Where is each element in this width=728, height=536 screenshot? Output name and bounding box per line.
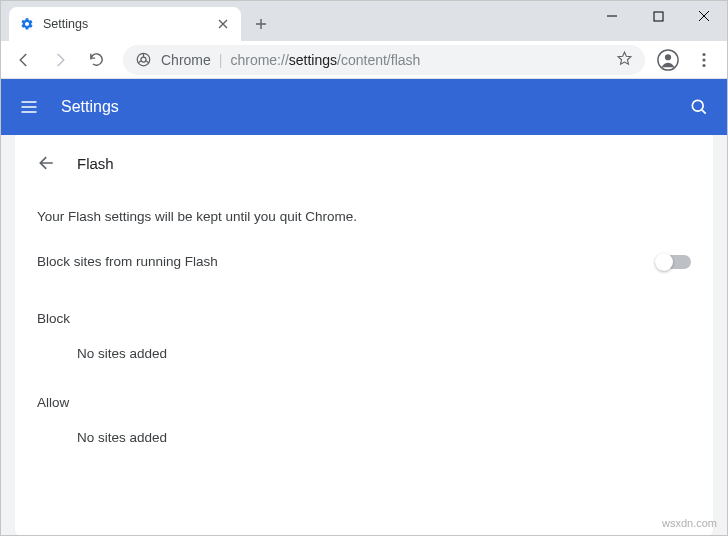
svg-point-2 [141,57,146,62]
block-flash-toggle[interactable] [657,255,691,269]
svg-point-6 [702,58,705,61]
new-tab-button[interactable] [247,10,275,38]
settings-title: Settings [61,98,119,116]
search-icon[interactable] [689,97,709,117]
forward-button[interactable] [43,44,77,76]
back-button[interactable] [7,44,41,76]
maximize-button[interactable] [635,1,681,31]
watermark: wsxdn.com [662,517,717,529]
page-title: Flash [77,155,114,172]
allow-section-header: Allow [15,373,713,418]
svg-point-4 [665,54,671,60]
svg-point-5 [702,52,705,55]
browser-tabstrip: Settings [1,1,727,41]
content-area: Flash Your Flash settings will be kept u… [1,135,727,535]
settings-header: Settings [1,79,727,135]
svg-point-8 [692,100,703,111]
tab-title: Settings [43,17,215,31]
page-header: Flash [15,135,713,185]
gear-icon [19,16,35,32]
hamburger-icon[interactable] [19,97,39,117]
block-section-header: Block [15,289,713,334]
allow-empty-text: No sites added [15,418,713,457]
block-empty-text: No sites added [15,334,713,373]
url-host: settings [289,52,337,68]
url-scheme: chrome:// [230,52,288,68]
svg-point-7 [702,63,705,66]
profile-button[interactable] [651,44,685,76]
block-flash-toggle-row: Block sites from running Flash [15,240,713,289]
url-path: /content/flash [337,52,420,68]
settings-card: Flash Your Flash settings will be kept u… [15,135,713,535]
minimize-button[interactable] [589,1,635,31]
close-window-button[interactable] [681,1,727,31]
bookmark-star-icon[interactable] [616,50,633,70]
menu-button[interactable] [687,44,721,76]
close-icon[interactable] [215,16,231,32]
toggle-label: Block sites from running Flash [37,254,218,269]
flash-notice-text: Your Flash settings will be kept until y… [15,185,713,240]
url-label: Chrome [161,52,211,68]
address-bar[interactable]: Chrome | chrome://settings/content/flash [123,45,645,75]
browser-toolbar: Chrome | chrome://settings/content/flash [1,41,727,79]
back-arrow-icon[interactable] [37,153,57,173]
reload-button[interactable] [79,44,113,76]
url-separator: | [219,52,223,68]
svg-rect-0 [654,12,663,21]
browser-tab-active[interactable]: Settings [9,7,241,41]
chrome-icon [135,52,151,68]
window-controls [589,1,727,31]
